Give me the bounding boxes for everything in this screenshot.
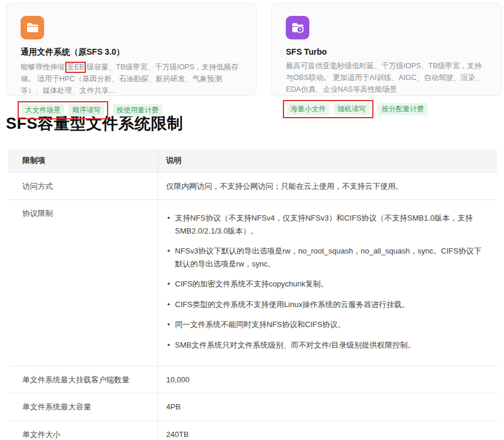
card-tags: 大文件场景 顺序读写 按使用量计费 <box>21 101 242 119</box>
table-header-row: 限制项 说明 <box>8 149 497 173</box>
card-sfs-turbo[interactable]: SFS Turbo 最高可提供亚毫秒级低时延、千万级IOPS、TB级带宽，支持与… <box>271 3 502 96</box>
card-title: 通用文件系统（原SFS 3.0） <box>21 47 242 58</box>
row-label: 单文件大小 <box>8 421 158 440</box>
folder-icon <box>21 16 44 39</box>
tag-large-file-scene: 大文件场景 <box>22 104 64 116</box>
desc-text: 能够弹性伸缩 <box>21 63 65 71</box>
table-row: 协议限制 支持NFS协议（不支持NFSv4，仅支持NFSv3）和CIFS协议（不… <box>8 200 497 366</box>
row-value: 10,000 <box>158 366 497 393</box>
row-value: 仅限内网访问，不支持公网访问；只能在云上使用，不支持云下使用。 <box>158 173 497 200</box>
table-row: 单文件系统最大挂载客户端数量 10,000 <box>8 366 497 393</box>
product-cards: 通用文件系统（原SFS 3.0） 能够弹性伸缩至EB级容量、TB级带宽、千万级I… <box>0 0 504 96</box>
list-item: 支持NFS协议（不支持NFSv4，仅支持NFSv3）和CIFS协议（不支持SMB… <box>175 212 489 237</box>
annotation-box-tags: 海量小文件 随机读写 <box>283 100 373 118</box>
card-description: 能够弹性伸缩至EB级容量、TB级带宽、千万级IOPS，支持低频存储。 适用于HP… <box>21 61 242 96</box>
folder-speed-icon <box>286 16 309 39</box>
page: 通用文件系统（原SFS 3.0） 能够弹性伸缩至EB级容量、TB级带宽、千万级I… <box>0 0 504 440</box>
tag-pay-by-usage: 按使用量计费 <box>113 104 162 116</box>
annotation-box-eb: 至EB <box>65 62 86 73</box>
row-label: 协议限制 <box>8 200 158 366</box>
list-item: 同一文件系统不能同时支持NFS协议和CIFS协议。 <box>175 318 489 331</box>
card-title: SFS Turbo <box>286 47 487 56</box>
tag-sequential-rw: 顺序读写 <box>69 104 104 116</box>
row-value: 支持NFS协议（不支持NFSv4，仅支持NFSv3）和CIFS协议（不支持SMB… <box>158 200 497 366</box>
table-row: 访问方式 仅限内网访问，不支持公网访问；只能在云上使用，不支持云下使用。 <box>8 173 497 200</box>
card-tags: 海量小文件 随机读写 按分配量计费 <box>286 100 487 118</box>
col-header-description: 说明 <box>158 149 497 173</box>
col-header-limit-item: 限制项 <box>8 149 158 173</box>
row-value: 4PB <box>158 394 497 421</box>
row-label: 单文件系统最大容量 <box>8 394 158 421</box>
list-item: SMB文件系统只对文件系统级别、而不对文件/目录级别提供权限控制。 <box>175 339 489 351</box>
protocol-limit-list: 支持NFS协议（不支持NFSv4，仅支持NFSv3）和CIFS协议（不支持SMB… <box>166 212 489 351</box>
row-value: 240TB <box>158 421 497 440</box>
row-label: 访问方式 <box>8 173 158 200</box>
table-row: 单文件大小 240TB <box>8 421 497 440</box>
tag-random-rw: 随机读写 <box>334 103 369 115</box>
row-label: 单文件系统最大挂载客户端数量 <box>8 366 158 393</box>
limits-table: 限制项 说明 访问方式 仅限内网访问，不支持公网访问；只能在云上使用，不支持云下… <box>8 149 497 440</box>
list-item: CIFS的加密文件系统不支持copychunk复制。 <box>175 278 489 290</box>
annotation-box-tags: 大文件场景 顺序读写 <box>18 101 108 119</box>
list-item: NFSv3协议下默认的导出选项是rw，no_root_squash，no_all… <box>175 245 489 270</box>
list-item: CIFS类型的文件系统不支持使用Linux操作系统的云服务器进行挂载。 <box>175 298 489 311</box>
tag-massive-small-files: 海量小文件 <box>287 103 329 115</box>
table-row: 单文件系统最大容量 4PB <box>8 394 497 421</box>
card-description: 最高可提供亚毫秒级低时延、千万级IOPS、TB级带宽，支持与OBS联动。 更加适… <box>286 60 487 95</box>
tag-pay-by-allocation: 按分配量计费 <box>378 103 428 115</box>
card-general-file-system[interactable]: 通用文件系统（原SFS 3.0） 能够弹性伸缩至EB级容量、TB级带宽、千万级I… <box>6 3 256 96</box>
